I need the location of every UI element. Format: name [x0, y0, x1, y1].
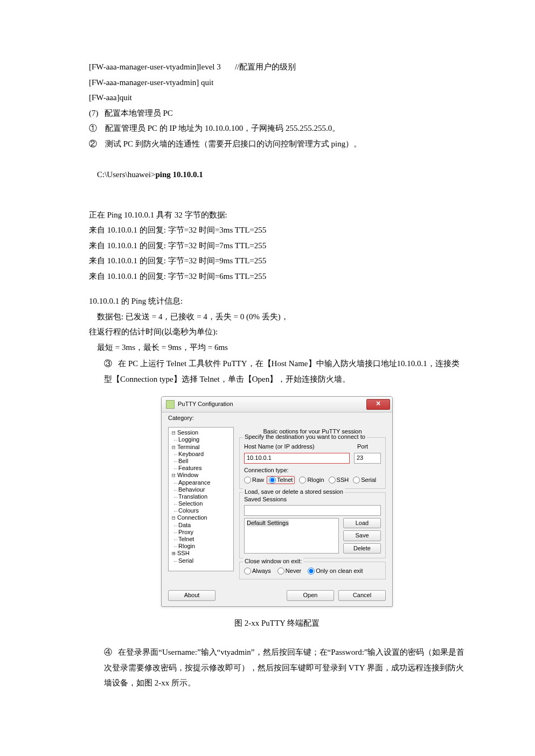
session-panel: Basic options for your PuTTY session Spe… [239, 427, 386, 583]
radio-serial[interactable]: Serial [353, 477, 376, 484]
config-line-2: [FW-aaa-manager-user-vtyadmin] quit [89, 75, 465, 90]
tree-item-features[interactable]: Features [178, 465, 202, 471]
saved-session-input[interactable] [244, 505, 381, 516]
tree-item-bell[interactable]: Bell [178, 458, 188, 464]
radio-clean[interactable]: Only on clean exit [308, 568, 363, 575]
load-button[interactable]: Load [343, 518, 381, 528]
radio-telnet[interactable]: Telnet [267, 476, 295, 484]
ping-prefix: C:\Users\huawei> [97, 170, 155, 179]
ping-command-text: ping 10.10.0.1 [155, 170, 203, 179]
sessions-list[interactable]: Default Settings [244, 518, 339, 554]
tree-item-rlogin[interactable]: Rlogin [178, 543, 195, 549]
tree-item-logging[interactable]: Logging [178, 436, 199, 443]
figure-caption: 图 2-xx PuTTY 终端配置 [161, 615, 393, 631]
tree-item-data[interactable]: Data [178, 522, 191, 528]
putty-window: PuTTY Configuration × Category: ⊟Session… [161, 396, 393, 607]
radio-rlogin[interactable]: Rlogin [299, 477, 324, 484]
tree-item-behaviour[interactable]: Behaviour [178, 486, 205, 493]
tree-item-serial[interactable]: Serial [178, 557, 193, 564]
radio-raw[interactable]: Raw [244, 477, 264, 484]
tree-item-colours[interactable]: Colours [178, 507, 199, 514]
sessions-title: Load, save or delete a stored session [243, 488, 345, 495]
default-settings-item[interactable]: Default Settings [247, 520, 289, 527]
tree-item-ssh[interactable]: SSH [177, 550, 190, 556]
config-line-1: [FW-aaa-manager-user-vtyadmin]level 3 //… [89, 59, 465, 75]
tree-item-appearance[interactable]: Appearance [178, 479, 210, 486]
tree-item-translation[interactable]: Translation [178, 493, 207, 500]
host-input[interactable]: 10.10.0.1 [244, 453, 350, 464]
radio-ssh[interactable]: SSH [329, 477, 349, 484]
destination-fieldset: Specify the destination you want to conn… [239, 437, 386, 489]
sessions-fieldset: Load, save or delete a stored session Sa… [239, 492, 386, 558]
ping-stats: 10.10.0.1 的 Ping 统计信息: [89, 293, 465, 309]
radio-never[interactable]: Never [277, 568, 301, 575]
step7-2: ② 测试 PC 到防火墙的连通性（需要开启接口的访问控制管理方式 ping）。 [89, 136, 465, 152]
ping-packets: 数据包: 已发送 = 4，已接收 = 4，丢失 = 0 (0% 丢失)， [89, 309, 465, 325]
step7-4: ④ 在登录界面“Username:”输入“vtyadmin”，然后按回车键；在“… [104, 645, 465, 691]
window-title: PuTTY Configuration [178, 401, 233, 408]
tree-item-session[interactable]: Session [177, 429, 198, 436]
document-page: [FW-aaa-manager-user-vtyadmin]level 3 //… [0, 0, 535, 756]
about-button[interactable]: About [168, 590, 216, 600]
putty-screenshot: PuTTY Configuration × Category: ⊟Session… [161, 396, 393, 631]
tree-item-telnet[interactable]: Telnet [178, 536, 194, 542]
port-label: Port [357, 443, 368, 450]
ping-command: C:\Users\huawei>ping 10.10.0.1 [89, 151, 465, 198]
close-title: Close window on exit: [243, 558, 303, 565]
ping-reply-1: 来自 10.10.0.1 的回复: 字节=32 时间=3ms TTL=255 [89, 222, 465, 238]
saved-sessions-label: Saved Sessions [244, 496, 381, 503]
ping-header: 正在 Ping 10.10.0.1 具有 32 字节的数据: [89, 207, 465, 223]
titlebar: PuTTY Configuration × [162, 397, 392, 412]
putty-app-icon [166, 400, 175, 409]
radio-always[interactable]: Always [244, 568, 271, 575]
delete-button[interactable]: Delete [343, 543, 381, 554]
category-label: Category: [162, 412, 392, 423]
step7-3: ③ 在 PC 上运行 Telnet 工具软件 PuTTY，在【Host Name… [104, 356, 465, 387]
close-button[interactable]: × [366, 399, 390, 410]
save-button[interactable]: Save [343, 530, 381, 541]
ping-times: 最短 = 3ms，最长 = 9ms，平均 = 6ms [89, 340, 465, 355]
host-label: Host Name (or IP address) [244, 443, 315, 450]
destination-title: Specify the destination you want to conn… [243, 433, 367, 440]
ping-reply-2: 来自 10.10.0.1 的回复: 字节=32 时间=7ms TTL=255 [89, 238, 465, 254]
tree-item-selection[interactable]: Selection [178, 500, 203, 507]
tree-item-proxy[interactable]: Proxy [178, 529, 193, 535]
open-button[interactable]: Open [287, 590, 334, 600]
tree-item-terminal[interactable]: Terminal [177, 444, 200, 450]
step7-1: ① 配置管理员 PC 的 IP 地址为 10.10.0.100，子网掩码 255… [89, 121, 465, 136]
tree-item-connection[interactable]: Connection [177, 514, 207, 521]
ping-reply-3: 来自 10.10.0.1 的回复: 字节=32 时间=9ms TTL=255 [89, 253, 465, 269]
tree-item-window[interactable]: Window [177, 472, 198, 478]
close-fieldset: Close window on exit: Always Never Only … [239, 562, 386, 579]
port-input[interactable]: 23 [354, 453, 381, 464]
category-tree[interactable]: ⊟Session Logging ⊟Terminal Keyboard Bell… [168, 427, 234, 571]
cancel-button[interactable]: Cancel [338, 590, 386, 600]
ping-reply-4: 来自 10.10.0.1 的回复: 字节=32 时间=6ms TTL=255 [89, 269, 465, 284]
config-line-3: [FW-aaa]quit [89, 90, 465, 106]
ping-rtt: 往返行程的估计时间(以毫秒为单位): [89, 324, 465, 340]
conn-type-label: Connection type: [244, 467, 381, 474]
step7-heading: (7) 配置本地管理员 PC [89, 106, 465, 121]
tree-item-keyboard[interactable]: Keyboard [178, 451, 204, 457]
